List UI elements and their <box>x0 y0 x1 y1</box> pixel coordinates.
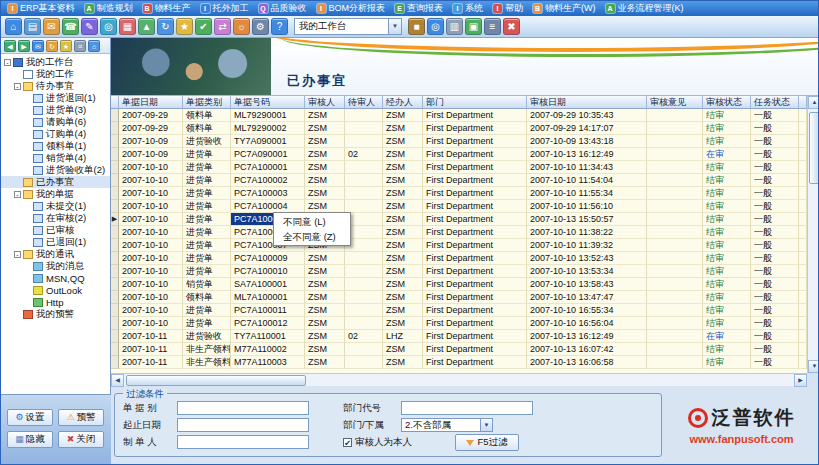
back-icon[interactable]: ◀ <box>4 40 16 52</box>
table-row[interactable]: 2007-10-10销货单SA7A100001ZSMZSMFirst Depar… <box>111 278 807 291</box>
column-header[interactable]: 审核日期 <box>527 96 647 109</box>
table-row[interactable]: 2007-10-11进货验收TY7A110001ZSM02LHZFirst De… <box>111 330 807 343</box>
tree-item[interactable]: -待办事宜 <box>1 80 110 92</box>
star-icon[interactable]: ★ <box>60 40 72 52</box>
menu-item[interactable]: A业务流程管理(K) <box>601 1 689 16</box>
menu-item[interactable]: B物料生产(W) <box>528 1 601 16</box>
table-row[interactable]: 2007-09-29领料单ML79290001ZSMZSMFirst Depar… <box>111 109 807 122</box>
tree-item[interactable]: 订购单(4) <box>1 128 110 140</box>
column-header[interactable]: 经办人 <box>383 96 423 109</box>
table-row[interactable]: 2007-10-10进货单PC7A100011ZSMZSMFirst Depar… <box>111 304 807 317</box>
menu-item[interactable]: I系统 <box>448 1 488 16</box>
workspace-select[interactable]: 我的工作台 ▼ <box>294 18 402 35</box>
transfer-icon[interactable]: ⇄ <box>214 18 231 35</box>
globe-icon[interactable]: ◎ <box>427 18 444 35</box>
tree-item[interactable]: Http <box>1 296 110 308</box>
context-menu-item[interactable]: 不同意 (L) <box>275 214 349 229</box>
scroll-right-icon[interactable]: ▶ <box>794 374 807 387</box>
column-header[interactable]: 待审人 <box>345 96 383 109</box>
save-icon[interactable]: ▣ <box>465 18 482 35</box>
tree-expander-icon[interactable]: - <box>4 59 11 66</box>
print-icon[interactable]: ▥ <box>446 18 463 35</box>
star-icon[interactable]: ★ <box>176 18 193 35</box>
mail-icon[interactable]: ✉ <box>43 18 60 35</box>
list-icon[interactable]: ≡ <box>484 18 501 35</box>
close-button[interactable]: ✖关闭 <box>58 431 104 448</box>
context-menu-item[interactable]: 全不同意 (Z) <box>275 229 349 244</box>
search-icon[interactable]: ◎ <box>100 18 117 35</box>
table-row[interactable]: 2007-10-10领料单ML7A100001ZSMZSMFirst Depar… <box>111 291 807 304</box>
alert-button[interactable]: ⚠预警 <box>58 409 104 426</box>
help-icon[interactable]: ? <box>271 18 288 35</box>
forward-icon[interactable]: ▶ <box>18 40 30 52</box>
table-row[interactable]: 2007-10-10进货单PC7A100003ZSMZSMFirst Depar… <box>111 187 807 200</box>
lock-icon[interactable]: ■ <box>408 18 425 35</box>
document-icon[interactable]: ▤ <box>24 18 41 35</box>
table-row[interactable]: ▶2007-10-10进货单PC7A100005ZSMZSMFirst Depa… <box>111 213 807 226</box>
dept-scope-select[interactable]: 2.不含部属 ▼ <box>401 418 493 432</box>
phone-icon[interactable]: ☎ <box>62 18 79 35</box>
refresh-icon[interactable]: ↻ <box>46 40 58 52</box>
calendar-icon[interactable]: ▦ <box>119 18 136 35</box>
exit-icon[interactable]: ✖ <box>503 18 520 35</box>
tree-expander-icon[interactable]: - <box>14 251 21 258</box>
tree-item[interactable]: 已退回(1) <box>1 236 110 248</box>
tree-item[interactable]: -我的通讯 <box>1 248 110 260</box>
mail-icon[interactable]: ✉ <box>32 40 44 52</box>
tree-item[interactable]: 进货退回(1) <box>1 92 110 104</box>
tree-item[interactable]: 领料单(1) <box>1 140 110 152</box>
table-row[interactable]: 2007-10-09进货验收TY7A090001ZSMZSMFirst Depa… <box>111 135 807 148</box>
tree-item[interactable]: 进货验收单(2) <box>1 164 110 176</box>
vertical-scroll-thumb[interactable] <box>809 112 819 184</box>
doc-type-input[interactable] <box>177 401 309 415</box>
dept-code-input[interactable] <box>401 401 533 415</box>
column-header[interactable]: 部门 <box>423 96 527 109</box>
table-row[interactable]: 2007-09-29领料单ML79290002ZSMZSMFirst Depar… <box>111 122 807 135</box>
column-header[interactable]: 审核人 <box>305 96 345 109</box>
chart-icon[interactable]: ▲ <box>138 18 155 35</box>
menu-item[interactable]: B物料生产 <box>138 1 196 16</box>
hide-button[interactable]: ▦隐藏 <box>7 431 53 448</box>
menu-item[interactable]: A制造规划 <box>80 1 138 16</box>
column-header[interactable]: 任务状态 <box>751 96 799 109</box>
tree-item[interactable]: -我的工作台 <box>1 56 110 68</box>
tree-item[interactable]: 我的工作 <box>1 68 110 80</box>
tree-item[interactable]: 在审核(2) <box>1 212 110 224</box>
tree-item[interactable]: 我的预警 <box>1 308 110 320</box>
scroll-down-icon[interactable]: ▼ <box>808 360 819 373</box>
home-icon[interactable]: ⌂ <box>5 18 22 35</box>
table-row[interactable]: 2007-10-10进货单PC7A100012ZSMZSMFirst Depar… <box>111 317 807 330</box>
column-header[interactable]: 单据号码 <box>231 96 305 109</box>
auditor-self-checkbox[interactable]: ✔ 审核人为本人 <box>343 435 412 449</box>
table-row[interactable]: 2007-10-10进货单PC7A100001ZSMZSMFirst Depar… <box>111 161 807 174</box>
tree-item[interactable]: 请购单(6) <box>1 116 110 128</box>
tree-item[interactable]: 未提交(1) <box>1 200 110 212</box>
filter-button[interactable]: F5过滤 <box>455 434 519 451</box>
column-header[interactable]: 单据类别 <box>183 96 231 109</box>
creator-input[interactable] <box>177 435 309 449</box>
table-row[interactable]: 2007-10-10进货单PC7A100009ZSMZSMFirst Depar… <box>111 252 807 265</box>
vertical-scrollbar[interactable]: ▲ ▼ <box>807 96 819 373</box>
scroll-left-icon[interactable]: ◀ <box>111 374 124 387</box>
table-row[interactable]: 2007-10-11非生产领料M77A110003ZSMZSMFirst Dep… <box>111 356 807 369</box>
menu-item[interactable]: I帮助 <box>488 1 528 16</box>
menu-item[interactable]: I托外加工 <box>196 1 254 16</box>
tree-item[interactable]: 我的消息 <box>1 260 110 272</box>
list-icon[interactable]: ≡ <box>74 40 86 52</box>
table-row[interactable]: 2007-10-09进货单PC7A090001ZSM02ZSMFirst Dep… <box>111 148 807 161</box>
column-header[interactable]: 审核状态 <box>703 96 751 109</box>
table-row[interactable]: 2007-10-10进货单PC7A100007ZSMZSMFirst Depar… <box>111 239 807 252</box>
table-row[interactable]: 2007-10-10进货单PC7A100006ZSMZSMFirst Depar… <box>111 226 807 239</box>
home-icon[interactable]: ⌂ <box>88 40 100 52</box>
menu-item[interactable]: Q品质验收 <box>254 1 312 16</box>
menu-item[interactable]: IERP基本资料 <box>3 1 80 16</box>
table-row[interactable]: 2007-10-10进货单PC7A100010ZSMZSMFirst Depar… <box>111 265 807 278</box>
tree-expander-icon[interactable]: - <box>14 191 21 198</box>
tree-item[interactable]: 销货单(4) <box>1 152 110 164</box>
table-row[interactable]: 2007-10-10进货单PC7A100002ZSMZSMFirst Depar… <box>111 174 807 187</box>
column-header[interactable]: 审核意见 <box>647 96 703 109</box>
table-row[interactable]: 2007-10-11非生产领料M77A110002ZSMZSMFirst Dep… <box>111 343 807 356</box>
tree-item[interactable]: 已办事宜 <box>1 176 110 188</box>
column-header[interactable]: 单据日期 <box>119 96 183 109</box>
tree-item[interactable]: -我的单据 <box>1 188 110 200</box>
